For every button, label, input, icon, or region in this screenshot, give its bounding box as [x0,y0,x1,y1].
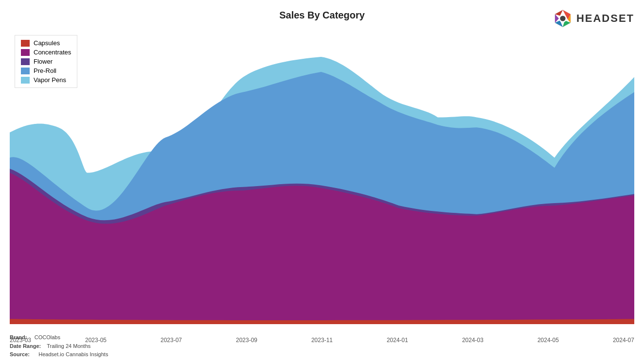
date-range-value: Trailing 24 Months [47,343,90,349]
x-label-6: 2024-03 [462,337,483,344]
x-label-2: 2023-07 [161,337,182,344]
x-label-7: 2024-05 [537,337,559,344]
source-value: Headset.io Cannabis Insights [38,351,108,357]
source-label: Source: [10,351,30,357]
logo-text: HEADSET [576,12,634,25]
date-range-label: Date Range: [10,343,41,349]
chart-title: Sales By Category [97,10,547,21]
chart-svg [10,32,634,324]
chart-area [10,32,634,324]
x-label-5: 2024-01 [387,337,408,344]
x-label-4: 2023-11 [311,337,333,344]
chart-header: Sales By Category [10,10,634,21]
footer-info: Brand: COCOlabs Date Range: Trailing 24 … [10,333,108,359]
logo-area: HEADSET [553,9,634,28]
x-label-8: 2024-07 [613,337,634,344]
brand-value: COCOlabs [35,334,60,340]
brand-label: Brand: [10,334,27,340]
chart-container: Sales By Category HEADSET Capsules [0,0,644,363]
svg-point-2 [560,16,565,21]
headset-logo-icon [553,9,572,28]
x-label-3: 2023-09 [236,337,257,344]
